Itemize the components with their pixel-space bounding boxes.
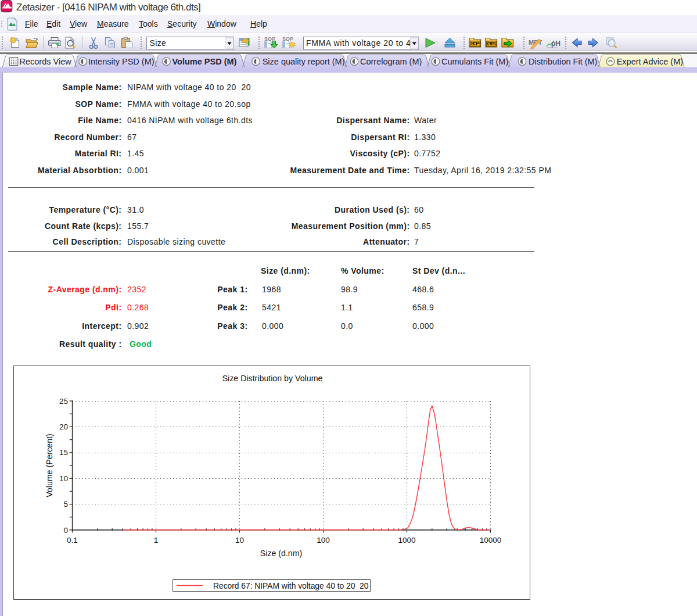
svg-text:10: 10: [59, 474, 68, 483]
svg-text:10: 10: [235, 536, 244, 545]
svg-text:25: 25: [59, 397, 68, 406]
svg-text:1000: 1000: [398, 536, 415, 545]
svg-text:0: 0: [63, 526, 68, 535]
svg-text:100: 100: [317, 536, 330, 545]
svg-text:20: 20: [59, 422, 68, 431]
svg-text:5: 5: [63, 500, 68, 508]
svg-text:Volume (Percent): Volume (Percent): [45, 434, 54, 497]
svg-text:Size Distribution by Volume: Size Distribution by Volume: [222, 374, 323, 383]
svg-text:1: 1: [154, 536, 159, 545]
svg-text:Record 67: NIPAM with voltage: Record 67: NIPAM with voltage 40 to 20 2…: [213, 582, 369, 590]
svg-text:0.1: 0.1: [67, 536, 78, 545]
svg-text:15: 15: [59, 448, 68, 457]
svg-text:Size (d.nm): Size (d.nm): [260, 549, 303, 558]
svg-text:10000: 10000: [480, 536, 502, 545]
